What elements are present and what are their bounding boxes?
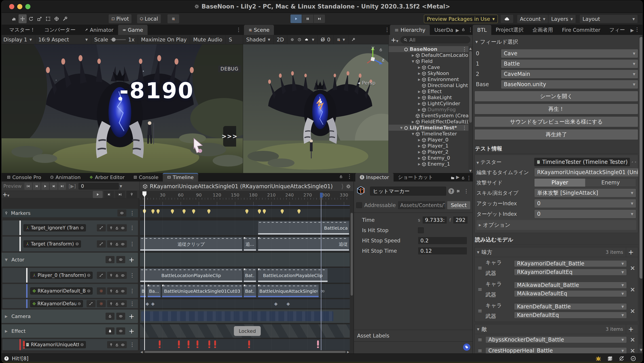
hierarchy-item-defaultcamlocatio[interactable]: ▶ DefaultCamLocatio (389, 52, 468, 58)
enemy-dropdown[interactable]: AbyssKnockerDefault_Battle▼ (486, 336, 627, 343)
chara-dropdown[interactable]: KarenDefault_Battle▼ (514, 303, 627, 310)
field-dropdown-1[interactable]: Battle▼ (501, 59, 638, 68)
eye-toggle[interactable] (121, 343, 124, 347)
prev-frame-button[interactable] (33, 183, 40, 190)
track-header-rkayamoridefaul[interactable]: RKayamoriDefaul ⋮ (2, 299, 138, 308)
mute-audio-button[interactable]: Mute Audio (190, 35, 226, 44)
pin-toggle[interactable] (109, 242, 113, 246)
curves-button[interactable] (97, 224, 106, 231)
expander-icon[interactable]: ▶ (417, 72, 422, 75)
timeline-clip-[interactable]: 追従 (258, 237, 349, 251)
tab-shortcut[interactable]: ショートカット (394, 173, 438, 182)
pin-toggle[interactable] (109, 289, 113, 293)
component-menu-icon[interactable]: ⋮ (462, 188, 470, 194)
track-name-box[interactable]: RKayamoriUniqueAttackSin (24, 341, 86, 348)
drag-handle-icon[interactable]: ≡ (476, 308, 484, 314)
expand-icon[interactable]: ▶ (3, 314, 10, 318)
tab-console-pro[interactable]: Console Pro (2, 173, 46, 182)
expander-icon[interactable]: ▼ (399, 126, 404, 130)
playhead[interactable] (144, 191, 145, 350)
field-dropdown-base[interactable]: BaseNoon.unity▼ (501, 80, 638, 89)
hierarchy-item-skynoon[interactable]: ▶ SkyNoon (389, 70, 468, 76)
hit-marker-selected-icon[interactable] (317, 340, 319, 346)
game-panel-menu-icon[interactable]: ⋮ (234, 27, 242, 33)
layout-dropdown[interactable]: Layout▼ (580, 15, 638, 23)
stats-button-clipped[interactable]: S (226, 35, 235, 44)
tab-[interactable]: コンバーター (40, 25, 80, 35)
enemy-list-header[interactable]: ▼敵 3 items + (475, 324, 638, 334)
eye-toggle[interactable] (121, 242, 124, 246)
track-name-box[interactable]: Player_0 (Transform) (30, 272, 92, 279)
context-menu-icon[interactable]: ⋮ (128, 225, 136, 231)
eye-toggle[interactable] (116, 327, 125, 334)
asset-label-tag-icon[interactable] (463, 343, 470, 351)
tab-overflow-icon[interactable]: ▶ (456, 174, 460, 180)
hierarchy-scrollbar[interactable]: ▲ ▼ (468, 46, 472, 173)
game-viewport[interactable]: DEBUG -8190 >>> (1, 44, 243, 173)
expand-panel-button[interactable]: >>> (223, 126, 236, 147)
timeline-marker-icon[interactable] (281, 209, 284, 212)
timeline-clip-[interactable]: 追従クリップ (140, 237, 242, 251)
hit-marker-icon[interactable] (188, 340, 190, 346)
select-button[interactable]: Select (447, 201, 470, 209)
inspector-menu-icon[interactable]: ⋮ (465, 175, 473, 181)
context-menu-icon[interactable]: ⋮ (460, 125, 468, 131)
side-enemy-button[interactable]: Enemy (585, 179, 636, 187)
inspector-lock-icon[interactable] (461, 176, 465, 180)
lock-toggle[interactable] (115, 242, 119, 246)
lock-toggle[interactable] (115, 226, 119, 230)
timeline-clip-battleloca[interactable]: BattleLoca (258, 221, 349, 235)
action-button-[interactable]: サウンドをプレビュー出来る様にする (474, 116, 638, 127)
expander-icon[interactable]: ▼ (410, 132, 416, 136)
lock-toggle[interactable] (115, 302, 119, 306)
timeline-marker-icon[interactable] (263, 209, 266, 212)
timeline-clip-battleuniqueattacksingle01c[interactable]: BattleUniqueAttackSingle01C... (258, 284, 319, 297)
add-to-group-button[interactable]: + (127, 312, 136, 320)
hierarchy-item-dummyfog[interactable]: ▶ DummyFog (389, 107, 468, 113)
hierarchy-item-lilytimelinetest[interactable]: ▼ LilyTimelineTest*⋮ (389, 125, 468, 131)
timeline-settings-gear-icon[interactable] (346, 184, 351, 189)
scene-lighting-icon[interactable] (290, 38, 294, 41)
layers-dropdown[interactable]: Layers▼ (548, 15, 576, 23)
local-toggle-button[interactable]: Local (137, 14, 161, 23)
pivot-toggle-button[interactable]: Pivot (109, 14, 132, 23)
scroll-left-icon[interactable]: ◀ (140, 350, 143, 353)
goto-start-button[interactable] (24, 183, 32, 190)
maximize-on-play-button[interactable]: Maximize On Play (138, 35, 190, 44)
time-seconds-field[interactable]: 9.7333: (422, 216, 447, 224)
add-to-group-button[interactable]: + (127, 256, 136, 264)
hierarchy-item-effect[interactable]: ▶ Effect (389, 88, 468, 95)
hierarchy-search-input[interactable]: All (400, 36, 470, 44)
tab-overflow-icon[interactable]: ▶ (456, 28, 459, 33)
expander-icon[interactable]: ▶ (417, 156, 422, 160)
goto-end-button[interactable] (58, 183, 66, 190)
expander-icon[interactable]: ▼ (410, 60, 416, 63)
pin-toggle[interactable] (109, 343, 113, 347)
add-track-button[interactable]: +▼ (2, 191, 10, 198)
expander-icon[interactable]: ▶ (417, 108, 422, 111)
expander-icon[interactable]: ▶ (417, 144, 422, 148)
timeline-panel-menu-icon[interactable]: ⋮ (346, 173, 354, 180)
timeline-marker-icon[interactable] (245, 209, 248, 212)
next-frame-button[interactable] (50, 183, 58, 190)
track-name-box[interactable]: Target_ignoreY (Transf (24, 224, 86, 231)
timeline-marker-icon[interactable] (298, 209, 300, 212)
remove-item-button[interactable]: × (628, 264, 636, 272)
grid-snap-button[interactable] (168, 14, 179, 23)
attacker-index-dropdown[interactable]: 0▼ (534, 199, 636, 208)
timeline-lock-icon[interactable] (339, 175, 343, 178)
ripple-mode-button[interactable] (104, 191, 114, 198)
drag-handle-icon[interactable]: ≡ (476, 347, 484, 353)
step-button[interactable] (314, 15, 325, 23)
play-button[interactable] (290, 15, 302, 23)
status-message[interactable]: Hit![8] (12, 355, 28, 361)
tester-object-field[interactable]: TimelineTester (Timeline Tester) (534, 158, 630, 166)
action-button-[interactable]: シーンを開く (474, 91, 638, 102)
auto-refresh-off-icon[interactable] (619, 355, 624, 361)
scroll-right-icon[interactable]: ▶ (347, 350, 349, 353)
hit-stop-time-field[interactable]: 0.12 (418, 247, 467, 255)
context-menu-icon[interactable]: ⋮ (128, 210, 136, 216)
hit-stop-speed-field[interactable]: 0.2 (418, 237, 467, 244)
hierarchy-item-lightcylinder[interactable]: ▶ LightCylinder (389, 101, 468, 107)
hierarchy-item-fieldeffectdefault[interactable]: ▶ FieldEffectDefault(( (389, 119, 468, 125)
